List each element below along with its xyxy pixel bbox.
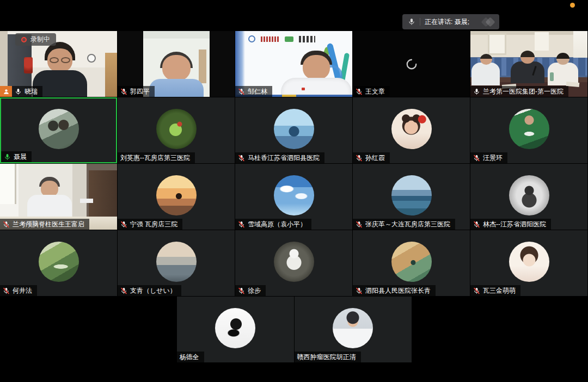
participant-name: 瓦三金萌萌: [483, 287, 516, 294]
mic-muted-icon: [120, 88, 127, 95]
participant-tile-wangfuqi[interactable]: 兰考颅脑脊柱医生王富启: [0, 164, 117, 230]
meeting-logo-icon: [482, 19, 494, 26]
participant-tile-xueyugaoyuan[interactable]: 雪域高原（袁小平）: [235, 164, 352, 230]
participant-tile-sunhongxia[interactable]: 孙红霞: [353, 97, 470, 163]
meeting-window: { "topbar": { "speaking_indicator": "正在讲…: [0, 0, 588, 382]
video-grid-row: 兰考颅脑脊柱医生王富启 宁强 瓦房店三院 雪域高原（袁小平） 张庆革～大连瓦房店…: [0, 164, 588, 230]
mic-muted-icon: [3, 221, 10, 228]
mic-muted-icon: [356, 221, 363, 228]
name-label: 刘英惠--瓦房店第三医院: [118, 152, 195, 163]
avatar: [39, 242, 79, 282]
participant-tile-wangjinghuan[interactable]: 汪景环: [470, 97, 587, 163]
participant-name: 郭四平: [130, 88, 150, 95]
mic-muted-icon: [356, 88, 363, 95]
participant-tile-wasanjinmengmeng[interactable]: 瓦三金萌萌: [470, 230, 587, 296]
mic-muted-icon: [238, 88, 245, 95]
avatar: [39, 109, 79, 149]
participant-name: 何井法: [13, 287, 32, 294]
name-label: 杨德全: [177, 352, 204, 362]
loading-spinner-icon: [406, 58, 418, 70]
name-label: 宁强 瓦房店三院: [118, 219, 182, 230]
name-label: 林杰--江苏省泗阳医院: [470, 219, 551, 230]
speaking-text: 正在讲话: 聂晨;: [425, 17, 469, 27]
mic-muted-icon: [238, 155, 245, 162]
banner-logos: [248, 35, 315, 42]
mic-muted-icon: [473, 221, 480, 228]
participant-tile-hejingfa[interactable]: 何井法: [0, 230, 117, 296]
participant-name: 赣西肿瘤医院胡正清: [297, 353, 356, 361]
participant-tile-zhangqingge[interactable]: 张庆革～大连瓦房店第三医院: [353, 164, 470, 230]
host-badge-icon: [0, 86, 12, 97]
participant-tile-liuyinghui[interactable]: 刘英惠--瓦房店第三医院: [118, 97, 235, 163]
microphone-icon: [408, 18, 415, 26]
participant-tile-guosiping[interactable]: 郭四平: [118, 31, 235, 97]
avatar: [156, 175, 197, 215]
name-label: 邹仁林: [235, 86, 272, 97]
participant-tile-zhiqing[interactable]: 支青（しせい）: [118, 230, 235, 296]
avatar: [156, 109, 197, 149]
mic-muted-icon: [238, 287, 245, 294]
avatar: [391, 109, 432, 149]
participant-name: 泗阳县人民医院张长青: [365, 287, 431, 294]
participant-name: 兰考第一医院集团-第一医院: [483, 88, 564, 95]
participant-tile-huzhengqing[interactable]: 赣西肿瘤医院胡正清: [295, 297, 412, 362]
name-label: 王文章: [353, 86, 390, 97]
person-silhouette: [520, 51, 535, 64]
name-label: 张庆革～大连瓦房店第三医院: [353, 219, 455, 230]
participant-name: 邹仁林: [248, 88, 267, 95]
name-label: 兰考颅脑脊柱医生王富启: [0, 219, 89, 230]
name-label: 徐步: [235, 285, 266, 296]
participant-name: 支青（しせい）: [130, 287, 176, 294]
participant-name: 林杰--江苏省泗阳医院: [483, 220, 546, 228]
mic-muted-icon: [356, 155, 363, 162]
participant-tile-maguixiang[interactable]: 马桂香江苏省泗阳县医院: [235, 97, 352, 163]
name-label: 泗阳县人民医院张长青: [353, 285, 436, 296]
wall-clock: [87, 54, 96, 63]
avatar: [509, 109, 549, 149]
avatar: [391, 242, 432, 282]
name-label: 赣西肿瘤医院胡正清: [295, 352, 361, 362]
participant-name: 徐步: [248, 287, 261, 294]
participant-tile-yangdequan[interactable]: 杨德全: [177, 297, 294, 362]
name-label: 汪景环: [470, 152, 507, 163]
participant-name: 兰考颅脑脊柱医生王富启: [13, 220, 84, 228]
video-grid-row: 何井法 支青（しせい） 徐步 泗阳县人民医院张长青: [0, 230, 588, 296]
name-label: 雪域高原（袁小平）: [235, 219, 311, 230]
mic-muted-icon: [3, 287, 10, 294]
mic-muted-icon: [473, 287, 480, 294]
participant-name: 孙红霞: [365, 154, 385, 162]
recording-indicator: 录制中: [15, 33, 56, 46]
participant-tile-zhangchangqing[interactable]: 泗阳县人民医院张长青: [353, 230, 470, 296]
name-label: 何井法: [0, 285, 37, 296]
participant-tile-xubu[interactable]: 徐步: [235, 230, 352, 296]
participant-name: 王文章: [365, 88, 385, 95]
participant-tile-wangwenzhang[interactable]: 王文章: [353, 31, 470, 97]
participant-tile-ningqiang[interactable]: 宁强 瓦房店三院: [118, 164, 235, 230]
person-silhouette: [303, 55, 330, 80]
mic-muted-icon: [473, 155, 480, 162]
name-label: 郭四平: [118, 86, 155, 97]
participant-name: 宁强 瓦房店三院: [130, 220, 177, 228]
name-label: 聂晨: [1, 151, 32, 162]
name-label: 晓瑞: [12, 86, 42, 97]
participant-name: 张庆革～大连瓦房店第三医院: [365, 220, 450, 228]
name-label: 马桂香江苏省泗阳县医院: [235, 152, 324, 163]
avatar: [156, 242, 197, 282]
participant-name: 刘英惠--瓦房店第三医院: [120, 154, 190, 162]
avatar: [215, 308, 255, 348]
person-silhouette: [556, 53, 569, 65]
participant-tile-niechen-active-speaker[interactable]: 聂晨: [0, 97, 117, 163]
recording-label: 录制中: [30, 35, 50, 44]
participant-tile-linjie[interactable]: 林杰--江苏省泗阳医院: [470, 164, 587, 230]
name-label: 兰考第一医院集团-第一医院: [470, 86, 568, 97]
avatar: [274, 109, 314, 149]
participant-name: 晓瑞: [24, 88, 38, 95]
participant-tile-zourenlin[interactable]: 邹仁林: [235, 31, 352, 97]
mic-speaking-icon: [4, 153, 11, 161]
participant-tile-lankao-hospital[interactable]: 兰考第一医院集团-第一医院: [470, 31, 587, 97]
participant-name: 马桂香江苏省泗阳县医院: [248, 154, 320, 162]
recording-dot-icon: [21, 37, 27, 42]
avatar: [274, 242, 314, 282]
avatar: [509, 175, 549, 215]
video-grid-row: 杨德全 赣西肿瘤医院胡正清: [0, 297, 588, 362]
